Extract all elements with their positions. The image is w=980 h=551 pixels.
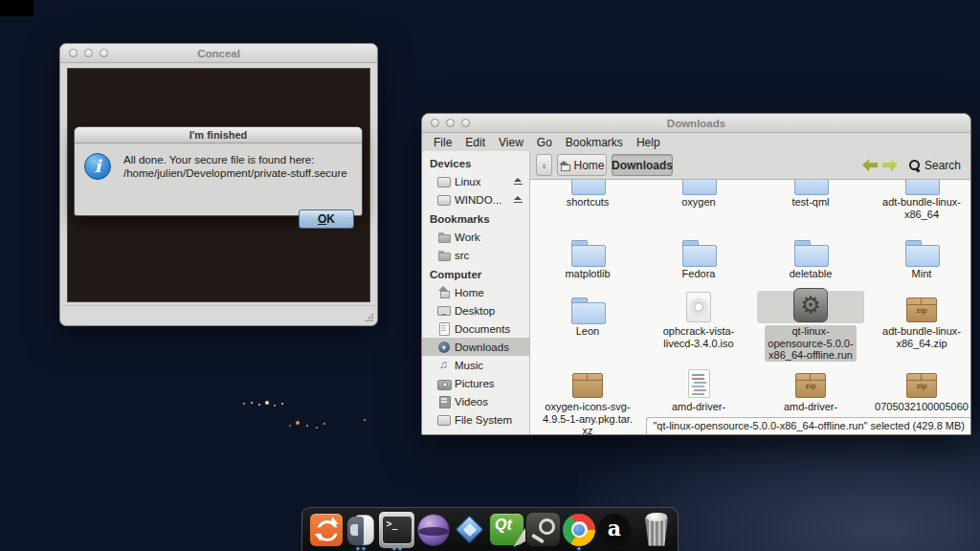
sidebar-item-desktop[interactable]: Desktop xyxy=(422,301,529,320)
folder-icon xyxy=(681,240,716,265)
file-amd-driver-doc[interactable]: amd-driver- xyxy=(645,366,752,413)
file-leon[interactable]: Leon xyxy=(534,291,641,338)
resize-grip[interactable] xyxy=(365,313,373,321)
dialog-message: All done. Your secure file is found here… xyxy=(123,154,347,180)
file-oxygen-icons-tar[interactable]: oxygen-icons-svg- 4.9.5-1-any.pkg.tar. x… xyxy=(534,366,641,434)
path-scroll-left-button[interactable]: ‹ xyxy=(536,154,552,176)
ok-button[interactable]: OK xyxy=(299,209,354,229)
sidebar-item-linux[interactable]: Linux xyxy=(422,172,529,190)
running-indicator xyxy=(392,547,401,550)
file-mint[interactable]: Mint xyxy=(868,233,970,280)
menu-view[interactable]: View xyxy=(493,134,529,151)
folder-icon xyxy=(904,240,939,265)
finished-dialog: I'm finished i All done. Your secure fil… xyxy=(74,126,363,216)
drive-icon xyxy=(437,413,450,426)
menubar: File Edit View Go Bookmarks Help xyxy=(422,133,970,151)
sidebar-item-label: Work xyxy=(455,231,480,243)
dialog-title: I'm finished xyxy=(75,127,362,143)
file-amd-driver-zip[interactable]: zip amd-driver- xyxy=(757,366,864,413)
file-oxygen[interactable]: oxygen xyxy=(645,180,752,209)
file-test-qml[interactable]: test-qml xyxy=(757,180,864,209)
file-deletable[interactable]: deletable xyxy=(757,233,864,280)
file-0705-zip[interactable]: zip 0705032100005060 xyxy=(868,366,970,413)
zip-badge: zip xyxy=(796,382,825,390)
trash-icon xyxy=(642,513,671,547)
eject-icon[interactable] xyxy=(514,196,523,203)
back-arrow-icon[interactable] xyxy=(862,159,878,171)
file-matplotlib[interactable]: matplotlib xyxy=(534,233,641,280)
dock-qt-icon[interactable]: Qt xyxy=(490,511,523,549)
archive-icon: zip xyxy=(906,373,937,398)
file-label: test-qml xyxy=(757,196,864,209)
download-icon xyxy=(437,341,450,353)
sidebar-item-music[interactable]: ♫ Music xyxy=(422,356,529,374)
dock-virtualbox-icon[interactable] xyxy=(453,511,487,549)
eclipse-icon xyxy=(417,514,450,546)
menu-file[interactable]: File xyxy=(428,134,457,151)
sidebar-item-pictures[interactable]: Pictures xyxy=(422,374,529,392)
search-control[interactable]: Search xyxy=(908,159,961,172)
sidebar-item-label: Music xyxy=(455,360,483,371)
sidebar-item-home[interactable]: Home xyxy=(422,283,529,301)
file-qt-installer-selected[interactable]: ⚙ qt-linux- opensource-5.0.0- x86_64-off… xyxy=(757,291,864,363)
sidebar-item-documents[interactable]: Documents xyxy=(422,320,529,338)
eject-icon[interactable] xyxy=(514,178,523,185)
qt-icon: Qt xyxy=(490,514,523,545)
archive-icon xyxy=(572,373,603,398)
sidebar-item-videos[interactable]: Videos xyxy=(422,392,529,410)
sidebar-item-windows[interactable]: WINDO... xyxy=(422,190,529,209)
dock-eclipse-icon[interactable] xyxy=(417,511,450,549)
text-document-icon xyxy=(688,369,710,398)
conceal-status-row xyxy=(61,305,376,324)
dock-trash-icon[interactable] xyxy=(642,511,671,549)
sidebar-item-label: Linux xyxy=(455,176,481,187)
music-icon: ♫ xyxy=(437,359,450,371)
sidebar-item-src[interactable]: src xyxy=(422,246,529,264)
folder-icon xyxy=(437,231,450,243)
home-icon xyxy=(559,161,569,170)
dock-files-icon[interactable] xyxy=(345,511,376,549)
forward-arrow-icon[interactable] xyxy=(882,159,898,171)
menu-help[interactable]: Help xyxy=(631,134,666,151)
dock-chrome-icon[interactable] xyxy=(563,511,595,549)
fm-titlebar[interactable]: Downloads xyxy=(422,114,970,133)
menu-edit[interactable]: Edit xyxy=(459,134,491,151)
sidebar-item-work[interactable]: Work xyxy=(422,228,529,246)
dock-amarok-icon[interactable]: a xyxy=(598,511,631,549)
file-label: adt-bundle-linux- x86_64.zip xyxy=(868,325,970,349)
screen-corner-artifact xyxy=(0,0,33,16)
virtualbox-icon xyxy=(453,513,487,547)
dock-terminal-icon[interactable]: >_ xyxy=(379,511,414,549)
home-icon xyxy=(437,286,450,298)
sidebar-header-devices: Devices xyxy=(422,153,529,172)
window-title: Downloads xyxy=(422,118,970,129)
menu-bookmarks[interactable]: Bookmarks xyxy=(560,134,629,151)
file-label: deletable xyxy=(757,268,864,280)
sidebar-item-downloads[interactable]: Downloads xyxy=(422,338,529,356)
dock-sync-icon[interactable] xyxy=(310,511,343,549)
file-adt-bundle-folder[interactable]: adt-bundle-linux- x86_64 xyxy=(868,180,970,220)
menu-go[interactable]: Go xyxy=(531,134,558,151)
dock: >_ Qt a xyxy=(301,507,679,551)
info-icon: i xyxy=(84,153,111,180)
dialog-body: i All done. Your secure file is found he… xyxy=(75,143,362,216)
camera-icon xyxy=(437,377,450,389)
file-manager-icon xyxy=(345,514,376,546)
file-ophcrack-iso[interactable]: ophcrack-vista- livecd-3.4.0.iso xyxy=(645,291,752,349)
sidebar-item-filesystem[interactable]: File System xyxy=(422,410,529,429)
file-label: matplotlib xyxy=(534,268,641,280)
file-shortcuts[interactable]: shortcuts xyxy=(534,180,641,209)
a-letter-icon: a xyxy=(598,514,631,546)
file-adt-bundle-zip[interactable]: zip adt-bundle-linux- x86_64.zip xyxy=(868,291,970,349)
file-label: Leon xyxy=(534,325,641,338)
chrome-icon xyxy=(563,514,595,546)
sidebar-item-label: WINDO... xyxy=(455,194,501,206)
file-fedora[interactable]: Fedora xyxy=(645,233,752,280)
dock-steam-icon[interactable] xyxy=(526,511,560,549)
path-button-downloads[interactable]: Downloads xyxy=(612,154,673,176)
home-button[interactable]: Home xyxy=(557,154,607,176)
conceal-titlebar[interactable]: Conceal xyxy=(60,44,377,63)
file-label: Mint xyxy=(868,268,970,280)
file-manager-window: Downloads File Edit View Go Bookmarks He… xyxy=(421,113,971,435)
archive-icon: zip xyxy=(795,373,826,398)
